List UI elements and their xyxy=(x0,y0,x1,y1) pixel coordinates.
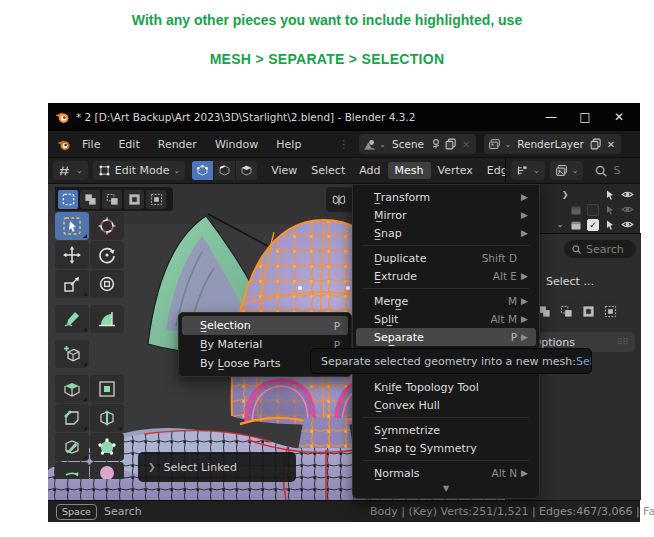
editor-type-dropdown[interactable]: ⌄ xyxy=(53,161,88,180)
mode-dropdown[interactable]: Edit Mode ⌄ xyxy=(93,161,185,180)
menu-item-separate[interactable]: Sep̲arateP▶ xyxy=(356,328,536,346)
face-select-button[interactable] xyxy=(236,161,257,180)
maximize-button[interactable]: □ xyxy=(570,106,600,128)
submenu-arrow-icon: ▶ xyxy=(517,296,528,306)
heading-line-2: MESH > SEPARATE > SELECTION xyxy=(0,51,654,67)
topbar: File Edit Render Window Help ⋮ ⌄ Scene ✕ xyxy=(48,131,640,158)
eye-icon[interactable] xyxy=(621,203,634,216)
menu-item-extrude[interactable]: E̲xtrudeAlt E▶ xyxy=(356,267,536,285)
menu-scroll-down-indicator[interactable]: ▼ xyxy=(353,482,539,496)
mode-invert-button[interactable] xyxy=(578,302,598,321)
menu-select[interactable]: Select xyxy=(304,162,352,179)
view-layer-selector[interactable]: ⌄ RenderLayer ✕ xyxy=(484,134,621,154)
tool-smooth[interactable] xyxy=(90,462,124,479)
tool-inset-faces[interactable] xyxy=(90,375,124,403)
menu-edge[interactable]: Edge xyxy=(480,162,505,179)
tool-bevel[interactable] xyxy=(55,404,89,432)
operator-panel-label: Select Linked xyxy=(164,461,237,474)
tool-add-cube[interactable] xyxy=(55,340,89,368)
edge-select-button[interactable] xyxy=(214,161,235,180)
menu-item-symmetrize[interactable]: Sy̲mmetrize xyxy=(356,421,536,439)
menu-item-transform[interactable]: T̲ransform▶ xyxy=(356,188,536,206)
scene-selector[interactable]: ⌄ Scene ✕ xyxy=(359,134,476,154)
menu-window[interactable]: Window xyxy=(206,138,267,151)
tool-move[interactable] xyxy=(55,241,89,269)
menu-item-convex-hull[interactable]: C̲onvex Hull xyxy=(356,396,536,414)
menu-mesh[interactable]: Mesh xyxy=(388,162,431,179)
status-bar: Space Search Body | (Key) Verts:251/1,52… xyxy=(48,500,640,522)
scene-statistics: Body | (Key) Verts:251/1,521 | Edges:467… xyxy=(370,505,654,518)
mode-intersect-button[interactable] xyxy=(600,302,620,321)
search-icon xyxy=(571,244,582,255)
menu-item-knife-topology-tool[interactable]: Kni̲fe Topology Tool xyxy=(356,378,536,396)
expand-icon[interactable]: ❯ xyxy=(560,190,570,199)
menu-item-normals[interactable]: N̲ormalsAlt N▶ xyxy=(356,464,536,482)
menu-file[interactable]: File xyxy=(73,138,109,151)
chevron-down-icon: ⌄ xyxy=(533,166,540,175)
tool-rotate[interactable] xyxy=(90,241,124,269)
mode-subtract-button[interactable] xyxy=(102,190,122,209)
collapse-icon[interactable]: ⌄ xyxy=(555,220,565,229)
tool-select-box[interactable] xyxy=(55,212,89,240)
menu-vertex[interactable]: Vertex xyxy=(431,162,480,179)
mode-subtract-button[interactable] xyxy=(556,302,576,321)
unlink-scene-icon: ✕ xyxy=(460,139,472,150)
tool-transform[interactable] xyxy=(90,270,124,298)
window-title: * 2 [D:\Art Backup\Art 2023\3D\Starlight… xyxy=(76,111,415,123)
close-button[interactable]: ✕ xyxy=(604,106,634,128)
submenu-item-label: By L̲oose Parts xyxy=(200,357,281,370)
display-mode-dropdown[interactable]: ⌄ xyxy=(550,161,584,180)
tool-scale[interactable] xyxy=(55,270,89,298)
mesh-symmetry-toggle[interactable] xyxy=(326,187,352,212)
eye-icon[interactable] xyxy=(621,218,634,231)
menu-edit[interactable]: Edit xyxy=(109,138,148,151)
mode-extend-button[interactable] xyxy=(80,190,100,209)
new-layer-icon[interactable] xyxy=(590,138,602,150)
tool-spin[interactable] xyxy=(55,462,89,479)
submenu-item-selection[interactable]: S̲election P xyxy=(182,316,348,335)
menu-item-split[interactable]: Spl̲itAlt M▶ xyxy=(356,310,536,328)
menu-item-label: M̲irror xyxy=(374,209,406,222)
menu-item-snap-to-symmetry[interactable]: Snap to̲ Symmetry xyxy=(356,439,536,457)
menu-add[interactable]: Add xyxy=(352,162,387,179)
search-icon[interactable] xyxy=(594,164,608,178)
checkbox-checked[interactable]: ✓ xyxy=(587,219,599,231)
search-hint-label: Search xyxy=(104,505,142,518)
tool-measure[interactable] xyxy=(90,305,124,333)
cursor-select-icon[interactable] xyxy=(604,204,616,216)
mode-invert-button[interactable] xyxy=(124,190,144,209)
tool-extrude-region[interactable] xyxy=(55,375,89,403)
tool-knife[interactable] xyxy=(55,433,89,461)
search-placeholder-clipped: S xyxy=(613,164,620,177)
menu-item-snap[interactable]: S̲nap▶ xyxy=(356,224,536,242)
vertex-select-button[interactable] xyxy=(192,161,213,180)
tool-annotate[interactable] xyxy=(55,305,89,333)
cursor-select-icon[interactable] xyxy=(604,189,616,201)
eye-icon[interactable] xyxy=(621,188,634,201)
title-bar: * 2 [D:\Art Backup\Art 2023\3D\Starlight… xyxy=(48,103,640,131)
menu-item-label: C̲onvex Hull xyxy=(374,399,440,412)
remove-layer-icon[interactable]: ✕ xyxy=(605,139,617,150)
menu-item-mirror[interactable]: M̲irror▶ xyxy=(356,206,536,224)
minimize-button[interactable]: — xyxy=(536,106,566,128)
tool-loop-cut[interactable] xyxy=(90,404,124,432)
menu-item-duplicate[interactable]: D̲uplicateShift D xyxy=(356,249,536,267)
menu-help[interactable]: Help xyxy=(267,138,310,151)
pin-icon[interactable] xyxy=(430,138,442,150)
menu-render[interactable]: Render xyxy=(149,138,206,151)
mode-intersect-button[interactable] xyxy=(146,190,166,209)
checkbox-unchecked[interactable] xyxy=(587,204,599,216)
operator-panel-select-linked[interactable]: ❯ Select Linked xyxy=(138,452,296,482)
tooltip: Separate selected geometry into a new me… xyxy=(310,348,592,374)
mode-new-button[interactable] xyxy=(58,190,78,209)
properties-search-input[interactable]: Search xyxy=(564,240,636,258)
blender-menu-icon[interactable] xyxy=(56,137,71,152)
new-scene-icon[interactable] xyxy=(445,138,457,150)
menu-view[interactable]: View xyxy=(264,162,304,179)
menu-item-merge[interactable]: Merg̲eM▶ xyxy=(356,292,536,310)
cursor-select-icon[interactable] xyxy=(604,219,616,231)
tool-cursor[interactable] xyxy=(90,212,124,240)
tool-poly-build[interactable] xyxy=(90,433,124,461)
filter-dropdown[interactable]: ⌄ xyxy=(511,161,545,180)
collection-icon xyxy=(570,219,582,231)
